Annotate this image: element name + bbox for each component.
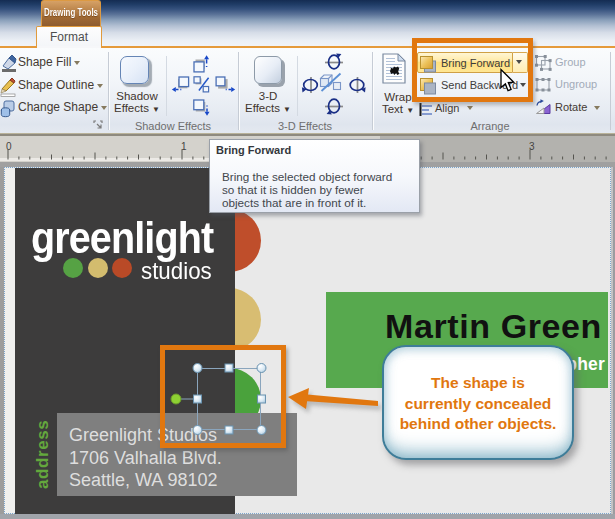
svg-text:0: 0 [6,141,12,152]
